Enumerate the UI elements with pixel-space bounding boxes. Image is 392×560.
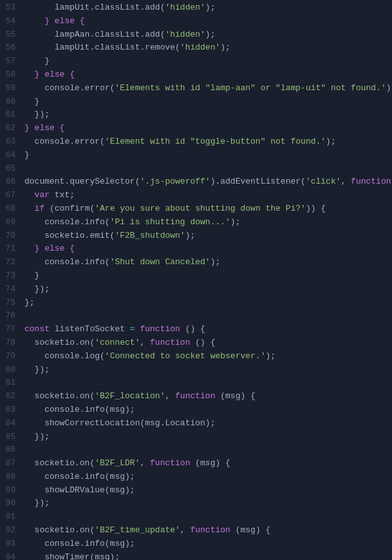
- line-number: 89: [0, 484, 24, 497]
- table-row: 57 }: [0, 55, 392, 68]
- code-line-content: };: [24, 296, 392, 310]
- code-line-content: console.info(msg);: [24, 470, 392, 484]
- code-line-content: showTimer(msg);: [24, 551, 392, 560]
- table-row: 59 console.error('Elements with id "lamp…: [0, 82, 392, 95]
- table-row: 66document.querySelector('.js-poweroff')…: [0, 175, 392, 189]
- code-line-content: });: [24, 283, 392, 296]
- line-number: 92: [0, 524, 24, 537]
- line-number: 75: [0, 296, 24, 310]
- code-line-content: socketio.on('connect', function () {: [24, 336, 392, 350]
- line-number: 86: [0, 443, 24, 457]
- line-number: 70: [0, 229, 24, 243]
- line-number: 91: [0, 510, 24, 524]
- table-row: 86: [0, 443, 392, 457]
- code-line-content: });: [24, 430, 392, 444]
- code-line-content: console.log('Connected to socket webserv…: [24, 350, 392, 363]
- code-line-content: [24, 376, 392, 390]
- line-number: 54: [0, 15, 24, 28]
- line-number: 87: [0, 457, 24, 470]
- code-line-content: console.info('Shut down Canceled');: [24, 256, 392, 269]
- line-number: 62: [0, 122, 24, 135]
- line-number: 67: [0, 189, 24, 202]
- line-number: 94: [0, 551, 24, 560]
- table-row: 81: [0, 376, 392, 390]
- code-line-content: }: [24, 95, 392, 109]
- line-number: 61: [0, 108, 24, 122]
- line-number: 58: [0, 68, 24, 82]
- table-row: 75};: [0, 296, 392, 310]
- table-row: 61 });: [0, 108, 392, 122]
- code-line-content: console.info('Pi is shutting down...');: [24, 216, 392, 229]
- table-row: 74 });: [0, 283, 392, 296]
- table-row: 70 socketio.emit('F2B_shutdown');: [0, 229, 392, 243]
- line-number: 77: [0, 323, 24, 336]
- table-row: 89 showLDRValue(msg);: [0, 484, 392, 497]
- code-editor: 53 lampUit.classList.add('hidden');54 } …: [0, 0, 392, 560]
- code-line-content: console.error('Elements with id "lamp-aa…: [24, 82, 392, 95]
- code-lines: 53 lampUit.classList.add('hidden');54 } …: [0, 1, 392, 560]
- code-line-content: const listenToSocket = function () {: [24, 323, 392, 336]
- code-line-content: console.info(msg);: [24, 537, 392, 551]
- line-number: 53: [0, 1, 24, 15]
- line-number: 68: [0, 202, 24, 216]
- code-line-content: lampUit.classList.remove('hidden');: [24, 41, 392, 55]
- table-row: 58 } else {: [0, 68, 392, 82]
- code-line-content: console.info(msg);: [24, 403, 392, 417]
- code-line-content: } else {: [24, 242, 392, 256]
- code-line-content: if (confirm('Are you sure about shutting…: [24, 202, 392, 216]
- code-line-content: lampAan.classList.add('hidden');: [24, 28, 392, 42]
- line-number: 76: [0, 309, 24, 323]
- table-row: 79 console.log('Connected to socket webs…: [0, 350, 392, 363]
- table-row: 76: [0, 309, 392, 323]
- code-line-content: });: [24, 363, 392, 377]
- table-row: 65: [0, 162, 392, 176]
- code-line-content: } else {: [24, 68, 392, 82]
- line-number: 71: [0, 242, 24, 256]
- line-number: 66: [0, 175, 24, 189]
- code-line-content: });: [24, 497, 392, 510]
- table-row: 85 });: [0, 430, 392, 444]
- table-row: 68 if (confirm('Are you sure about shutt…: [0, 202, 392, 216]
- line-number: 85: [0, 430, 24, 444]
- table-row: 56 lampUit.classList.remove('hidden');: [0, 41, 392, 55]
- code-line-content: }: [24, 55, 392, 68]
- table-row: 69 console.info('Pi is shutting down...'…: [0, 216, 392, 229]
- line-number: 60: [0, 95, 24, 109]
- code-line-content: var txt;: [24, 189, 392, 202]
- code-line-content: [24, 162, 392, 176]
- table-row: 53 lampUit.classList.add('hidden');: [0, 1, 392, 15]
- code-line-content: [24, 309, 392, 323]
- line-number: 80: [0, 363, 24, 377]
- table-row: 77const listenToSocket = function () {: [0, 323, 392, 336]
- line-number: 81: [0, 376, 24, 390]
- line-number: 56: [0, 41, 24, 55]
- line-number: 84: [0, 417, 24, 430]
- code-line-content: showCorrectLocation(msg.Location);: [24, 417, 392, 430]
- code-line-content: }: [24, 149, 392, 162]
- code-line-content: socketio.on('B2F_location', function (ms…: [24, 390, 392, 403]
- line-number: 88: [0, 470, 24, 484]
- table-row: 80 });: [0, 363, 392, 377]
- table-row: 93 console.info(msg);: [0, 537, 392, 551]
- code-line-content: [24, 443, 392, 457]
- code-line-content: [24, 510, 392, 524]
- line-number: 90: [0, 497, 24, 510]
- code-line-content: }: [24, 269, 392, 283]
- table-row: 78 socketio.on('connect', function () {: [0, 336, 392, 350]
- line-number: 65: [0, 162, 24, 176]
- table-row: 72 console.info('Shut down Canceled');: [0, 256, 392, 269]
- line-number: 79: [0, 350, 24, 363]
- code-line-content: showLDRValue(msg);: [24, 484, 392, 497]
- line-number: 55: [0, 28, 24, 42]
- line-number: 59: [0, 82, 24, 95]
- line-number: 78: [0, 336, 24, 350]
- table-row: 62} else {: [0, 122, 392, 135]
- line-number: 64: [0, 149, 24, 162]
- table-row: 73 }: [0, 269, 392, 283]
- table-row: 64}: [0, 149, 392, 162]
- table-row: 84 showCorrectLocation(msg.Location);: [0, 417, 392, 430]
- table-row: 94 showTimer(msg);: [0, 551, 392, 560]
- code-line-content: } else {: [24, 122, 392, 135]
- table-row: 83 console.info(msg);: [0, 403, 392, 417]
- table-row: 71 } else {: [0, 242, 392, 256]
